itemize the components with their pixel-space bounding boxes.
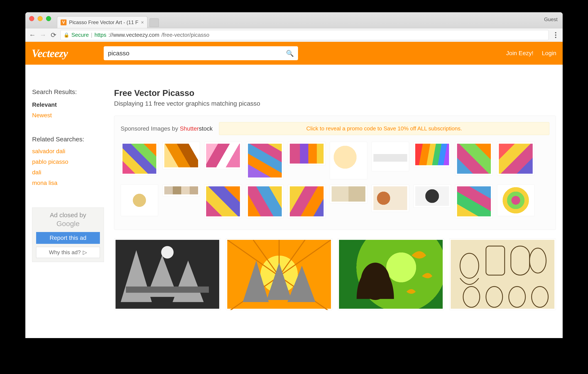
browser-toolbar: ← → ⟳ 🔒 Secure | https://www.vecteezy.co… (25, 28, 563, 42)
lock-icon: 🔒 (63, 32, 69, 38)
results-grid (114, 238, 556, 310)
adchoices-icon: ▷ (83, 249, 87, 256)
sponsored-label: Sponsored Images by Shutterstock (121, 125, 213, 132)
why-this-ad-button[interactable]: Why this ad? ▷ (36, 247, 100, 258)
sponsored-thumb[interactable] (204, 142, 242, 169)
report-ad-button[interactable]: Report this ad (36, 232, 100, 244)
browser-menu-button[interactable] (552, 32, 559, 38)
sponsored-thumb[interactable] (121, 142, 158, 176)
svg-point-22 (509, 287, 525, 307)
sponsored-thumb[interactable] (204, 184, 242, 218)
profile-label[interactable]: Guest (544, 16, 557, 22)
back-button[interactable]: ← (29, 32, 36, 39)
result-card[interactable] (449, 238, 556, 310)
svg-marker-2 (173, 261, 204, 302)
sponsored-thumb[interactable] (371, 184, 409, 212)
svg-marker-12 (243, 261, 269, 302)
why-this-ad-label: Why this ad? (49, 249, 81, 256)
sponsored-panel: Sponsored Images by Shutterstock Click t… (114, 116, 556, 230)
svg-point-21 (486, 287, 503, 307)
svg-point-23 (532, 287, 548, 307)
join-link[interactable]: Join Eezy! (506, 50, 533, 57)
sponsored-thumb[interactable] (330, 184, 367, 203)
related-search-link[interactable]: salvador dali (32, 148, 104, 155)
browser-window: V Picasso Free Vector Art - (11 F × Gues… (25, 12, 563, 338)
reload-button[interactable]: ⟳ (50, 32, 57, 39)
site-logo[interactable]: Vecteezy (32, 47, 68, 60)
svg-marker-0 (121, 250, 152, 302)
sponsored-thumb[interactable] (497, 184, 535, 216)
promo-banner[interactable]: Click to reveal a promo code to Save 10%… (219, 122, 549, 135)
sponsored-thumb[interactable] (288, 142, 326, 165)
close-tab-icon[interactable]: × (141, 20, 144, 25)
sponsored-thumb[interactable] (497, 142, 535, 176)
ad-closed-text: Ad closed by (36, 212, 100, 219)
browser-tab[interactable]: V Picasso Free Vector Art - (11 F × (57, 16, 147, 28)
sponsored-thumb[interactable] (413, 184, 451, 208)
result-card[interactable] (114, 238, 221, 310)
secure-label: Secure (71, 32, 89, 38)
sponsored-thumb[interactable] (246, 142, 284, 179)
url-path: /free-vector/picasso (161, 32, 209, 38)
related-search-link[interactable]: dali (32, 169, 104, 176)
sponsored-thumb[interactable] (121, 184, 158, 216)
svg-line-9 (279, 240, 331, 276)
minimize-window-button[interactable] (38, 16, 43, 21)
svg-rect-17 (486, 246, 504, 275)
related-searches-heading: Related Searches: (32, 136, 104, 143)
sponsored-thumb[interactable] (455, 142, 493, 176)
sponsored-thumb[interactable] (162, 184, 200, 196)
sponsored-thumb[interactable] (413, 142, 451, 167)
maximize-window-button[interactable] (46, 16, 51, 21)
address-bar[interactable]: 🔒 Secure | https://www.vecteezy.com/free… (60, 30, 549, 40)
search-icon[interactable]: 🔍 (286, 50, 294, 57)
search-box[interactable]: 🔍 (104, 46, 298, 60)
close-window-button[interactable] (29, 16, 34, 21)
svg-point-3 (161, 246, 174, 258)
svg-rect-18 (511, 246, 529, 275)
sponsored-thumb[interactable] (246, 184, 284, 218)
result-card[interactable] (337, 238, 444, 310)
url-host: ://www.vecteezy.com (109, 32, 159, 38)
forward-button[interactable]: → (39, 32, 46, 39)
sponsored-thumb[interactable] (162, 142, 200, 169)
result-card[interactable] (226, 238, 332, 310)
sponsored-prefix: Sponsored Images by (121, 125, 180, 132)
sponsored-thumb[interactable] (455, 184, 493, 218)
site-header: Vecteezy 🔍 Join Eezy! Login (25, 42, 563, 65)
svg-rect-4 (126, 287, 209, 293)
url-protocol: https (94, 32, 106, 38)
new-tab-button[interactable] (149, 18, 159, 27)
sort-newest[interactable]: Newest (32, 112, 104, 119)
login-link[interactable]: Login (542, 50, 556, 57)
header-links: Join Eezy! Login (506, 50, 556, 57)
related-search-link[interactable]: mona lisa (32, 180, 104, 186)
ad-closed-brand: Google (36, 220, 100, 228)
svg-marker-14 (287, 266, 315, 302)
tab-title: Picasso Free Vector Art - (11 F (69, 20, 138, 25)
sidebar: Search Results: Relevant Newest Related … (32, 88, 104, 310)
sponsored-brand-part1: Shutter (180, 125, 199, 132)
svg-point-19 (529, 248, 546, 273)
sponsored-row (121, 142, 549, 179)
page-subtitle: Displaying 11 free vector graphics match… (114, 100, 556, 107)
sponsored-thumb[interactable] (330, 142, 367, 179)
browser-tabstrip: V Picasso Free Vector Art - (11 F × Gues… (25, 12, 563, 28)
window-controls (29, 16, 51, 21)
sponsored-thumb[interactable] (288, 184, 326, 218)
related-search-link[interactable]: pablo picasso (32, 159, 104, 165)
page-body: Search Results: Relevant Newest Related … (25, 65, 563, 310)
sponsored-row (121, 184, 549, 218)
svg-point-16 (460, 253, 479, 278)
page-title: Free Vector Picasso (114, 88, 556, 98)
sort-relevant[interactable]: Relevant (32, 101, 104, 108)
tab-favicon: V (61, 20, 66, 25)
search-input[interactable] (108, 50, 286, 57)
ad-box: Ad closed by Google Report this ad Why t… (32, 207, 104, 262)
svg-point-20 (463, 287, 480, 307)
main-content: Free Vector Picasso Displaying 11 free v… (114, 88, 556, 310)
sponsored-thumb[interactable] (371, 142, 409, 171)
sponsored-brand-part2: stock (199, 125, 212, 132)
search-results-heading: Search Results: (32, 88, 104, 96)
svg-marker-13 (267, 263, 292, 300)
